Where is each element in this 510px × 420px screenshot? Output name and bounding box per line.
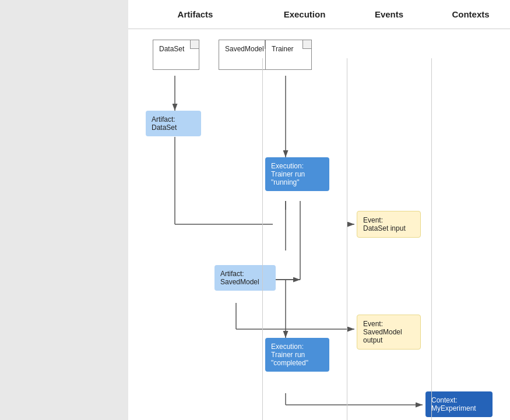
execution-completed-node: Execution: Trainer run "completed"	[265, 338, 329, 372]
execution-label: Execution	[284, 9, 326, 19]
artifact-savedmodel-line1: Artifact:	[220, 270, 244, 278]
artifacts-label: Artifacts	[178, 9, 213, 19]
col-header-execution: Execution	[262, 0, 347, 29]
artifact-dataset-line1: Artifact:	[152, 115, 175, 123]
event-savedmodel-line2: SavedModel	[363, 328, 402, 336]
col-header-contexts: Contexts	[431, 0, 510, 29]
columns-header: Artifacts Execution Events Contexts	[128, 0, 510, 29]
context-line1: Context:	[431, 396, 458, 404]
trainer-type-label: Trainer	[272, 45, 294, 53]
left-panel	[0, 0, 128, 420]
exec-running-line1: Execution:	[271, 162, 304, 170]
event-savedmodel-output-node: Event: SavedModel output	[357, 315, 421, 350]
exec-running-line3: "running"	[271, 178, 300, 186]
dataset-type-label: DataSet	[159, 45, 184, 53]
diagram-container: Artifacts Execution Events Contexts	[0, 0, 510, 420]
artifact-savedmodel-node: Artifact: SavedModel	[214, 265, 276, 291]
col-header-events: Events	[347, 0, 431, 29]
exec-completed-line1: Execution:	[271, 343, 304, 351]
event-dataset-line1: Event:	[363, 216, 383, 224]
exec-completed-line2: Trainer run	[271, 351, 305, 359]
divider-execution-events	[347, 58, 347, 420]
artifact-dataset-node: Artifact: DataSet	[146, 111, 201, 136]
event-savedmodel-line1: Event:	[363, 320, 383, 328]
savedmodel-type-label: SavedModel	[225, 45, 264, 53]
trainer-type-node: Trainer	[265, 40, 312, 70]
artifact-dataset-line2: DataSet	[152, 123, 177, 132]
execution-running-node: Execution: Trainer run "running"	[265, 157, 329, 191]
exec-running-line2: Trainer run	[271, 170, 305, 178]
col-header-artifacts: Artifacts	[128, 0, 262, 29]
event-dataset-input-node: Event: DataSet input	[357, 211, 421, 238]
contexts-label: Contexts	[452, 9, 489, 19]
divider-artifacts-execution	[262, 58, 263, 420]
context-myexperiment-node: Context: MyExperiment	[425, 391, 493, 417]
context-line2: MyExperiment	[431, 404, 476, 412]
artifact-savedmodel-line2: SavedModel	[220, 278, 259, 286]
events-label: Events	[375, 9, 403, 19]
event-dataset-line2: DataSet input	[363, 224, 406, 232]
dataset-type-node: DataSet	[153, 40, 199, 70]
divider-events-contexts	[431, 58, 432, 420]
event-savedmodel-line3: output	[363, 336, 382, 344]
content-area: DataSet SavedModel Trainer Artifact: Dat…	[128, 29, 510, 420]
exec-completed-line3: "completed"	[271, 359, 308, 367]
